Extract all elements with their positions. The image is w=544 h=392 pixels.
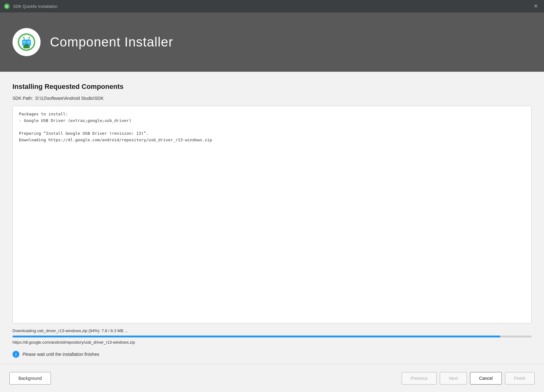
info-notice: i Please wait until the installation fin…	[12, 351, 532, 358]
cancel-button[interactable]: Cancel	[470, 372, 502, 385]
previous-button[interactable]: Previous	[402, 372, 437, 385]
info-message: Please wait until the installation finis…	[22, 352, 99, 357]
finish-button[interactable]: Finish	[505, 372, 535, 385]
title-bar-left: A SDK Quickfix Installation	[4, 3, 57, 9]
sdk-path-label: SDK Path:	[12, 96, 33, 101]
next-button[interactable]: Next	[440, 372, 467, 385]
log-text: Packages to install: - Google USB Driver…	[19, 111, 525, 143]
background-button[interactable]: Background	[9, 372, 51, 385]
svg-point-7	[24, 42, 25, 43]
progress-label: Downloading usb_driver_r13-windows.zip (…	[12, 328, 532, 333]
section-title: Installing Requested Components	[12, 83, 532, 91]
footer-left: Background	[9, 372, 51, 385]
android-studio-logo	[17, 33, 36, 51]
svg-text:A: A	[5, 4, 8, 9]
sdk-path-row: SDK Path: D:\12\software\Android Studio\…	[12, 96, 532, 101]
main-content: Installing Requested Components SDK Path…	[0, 72, 544, 364]
header-logo	[12, 28, 41, 56]
header-banner: Component Installer	[0, 12, 544, 72]
svg-point-11	[23, 37, 24, 38]
header-title: Component Installer	[50, 35, 173, 50]
footer: Background Previous Next Cancel Finish	[0, 364, 544, 392]
progress-url: https://dl.google.com/android/repository…	[12, 340, 532, 345]
close-button[interactable]: ✕	[531, 2, 540, 10]
progress-bar-fill	[12, 336, 500, 337]
title-bar: A SDK Quickfix Installation ✕	[0, 0, 544, 12]
title-bar-title: SDK Quickfix Installation	[13, 4, 57, 9]
footer-right: Previous Next Cancel Finish	[402, 372, 535, 385]
progress-bar-track	[12, 336, 532, 337]
info-icon: i	[12, 351, 19, 358]
svg-point-12	[29, 37, 30, 38]
android-studio-icon: A	[4, 3, 10, 9]
svg-rect-14	[25, 44, 28, 46]
progress-section: Downloading usb_driver_r13-windows.zip (…	[12, 328, 532, 345]
log-output-area[interactable]: Packages to install: - Google USB Driver…	[12, 106, 532, 323]
sdk-path-value: D:\12\software\Android Studio\SDK	[35, 96, 104, 101]
svg-point-8	[28, 42, 29, 43]
